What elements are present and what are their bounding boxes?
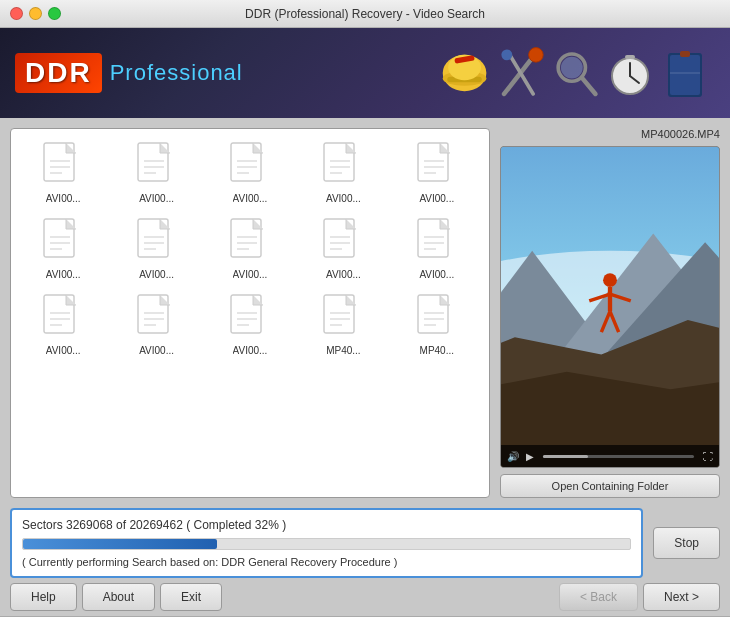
file-label: AVI00...	[326, 193, 361, 204]
maximize-button[interactable]	[48, 7, 61, 20]
tools-icon	[495, 43, 545, 103]
video-preview: 🔊 ▶ ⛶	[500, 146, 720, 468]
file-icon	[322, 217, 364, 267]
preview-panel: MP400026.MP4	[500, 128, 720, 498]
file-icon	[42, 217, 84, 267]
list-item[interactable]: AVI00...	[299, 137, 387, 208]
file-label: AVI00...	[139, 193, 174, 204]
svg-point-8	[501, 49, 512, 60]
svg-rect-17	[670, 55, 700, 95]
svg-point-87	[603, 273, 617, 287]
file-label: MP40...	[326, 345, 360, 356]
file-grid-panel[interactable]: AVI00... AVI00... AVI00... AVI00... AVI0…	[10, 128, 490, 498]
file-icon	[229, 217, 271, 267]
video-controls[interactable]: 🔊 ▶ ⛶	[501, 445, 719, 467]
file-label: AVI00...	[326, 269, 361, 280]
stop-button[interactable]: Stop	[653, 527, 720, 559]
list-item[interactable]: AVI00...	[19, 289, 107, 360]
help-button[interactable]: Help	[10, 583, 77, 611]
next-button[interactable]: Next >	[643, 583, 720, 611]
window-controls[interactable]	[10, 7, 61, 20]
file-icon	[416, 293, 458, 343]
file-icon	[42, 293, 84, 343]
svg-point-6	[529, 47, 544, 62]
file-label: AVI00...	[46, 269, 81, 280]
file-icon	[136, 293, 178, 343]
svg-line-11	[582, 77, 596, 93]
main-content: AVI00... AVI00... AVI00... AVI00... AVI0…	[0, 118, 730, 508]
clock-icon	[605, 43, 655, 103]
professional-label: Professional	[110, 60, 243, 86]
file-label: AVI00...	[139, 345, 174, 356]
app-header: DDR Professional	[0, 28, 730, 118]
list-item[interactable]: AVI00...	[393, 213, 481, 284]
svg-rect-15	[625, 55, 635, 59]
back-button: < Back	[559, 583, 638, 611]
list-item[interactable]: AVI00...	[112, 137, 200, 208]
video-frame	[501, 147, 719, 467]
helmet-icon	[440, 43, 490, 103]
file-icon	[136, 141, 178, 191]
app-logo: DDR Professional	[15, 53, 243, 93]
file-label: AVI00...	[139, 269, 174, 280]
file-icon	[229, 141, 271, 191]
window-title: DDR (Professional) Recovery - Video Sear…	[245, 7, 485, 21]
file-icon	[322, 141, 364, 191]
list-item[interactable]: AVI00...	[206, 137, 294, 208]
play-button[interactable]: ▶	[524, 450, 536, 463]
exit-button[interactable]: Exit	[160, 583, 222, 611]
ddr-label: DDR	[15, 53, 102, 93]
file-label: MP40...	[420, 345, 454, 356]
file-icon	[416, 217, 458, 267]
progress-bar-container	[22, 538, 631, 550]
file-label: AVI00...	[46, 193, 81, 204]
progress-status: ( Currently performing Search based on: …	[22, 556, 631, 568]
bottom-nav: Help About Exit < Back Next >	[0, 583, 730, 616]
file-icon	[42, 141, 84, 191]
preview-filename: MP400026.MP4	[500, 128, 720, 140]
list-item[interactable]: MP40...	[393, 289, 481, 360]
list-item[interactable]: AVI00...	[112, 213, 200, 284]
file-label: AVI00...	[419, 269, 454, 280]
minimize-button[interactable]	[29, 7, 42, 20]
progress-bar-fill	[23, 539, 217, 549]
file-icon	[136, 217, 178, 267]
svg-rect-19	[680, 51, 690, 57]
svg-point-10	[561, 56, 583, 78]
magnifier-icon	[550, 43, 600, 103]
list-item[interactable]: AVI00...	[112, 289, 200, 360]
file-icon	[416, 141, 458, 191]
file-label: AVI00...	[46, 345, 81, 356]
list-item[interactable]: AVI00...	[206, 213, 294, 284]
book-icon	[660, 43, 710, 103]
about-button[interactable]: About	[82, 583, 155, 611]
sectors-text: Sectors 3269068 of 20269462 ( Completed …	[22, 518, 631, 532]
header-icons	[440, 43, 710, 103]
close-button[interactable]	[10, 7, 23, 20]
file-icon	[322, 293, 364, 343]
volume-icon[interactable]: 🔊	[505, 450, 521, 463]
fullscreen-button[interactable]: ⛶	[701, 450, 715, 463]
list-item[interactable]: AVI00...	[393, 137, 481, 208]
video-progress-bar[interactable]	[543, 455, 694, 458]
list-item[interactable]: AVI00...	[299, 213, 387, 284]
progress-box: Sectors 3269068 of 20269462 ( Completed …	[10, 508, 643, 578]
list-item[interactable]: MP40...	[299, 289, 387, 360]
file-icon	[229, 293, 271, 343]
file-label: AVI00...	[233, 345, 268, 356]
open-folder-button[interactable]: Open Containing Folder	[500, 474, 720, 498]
file-label: AVI00...	[233, 193, 268, 204]
titlebar: DDR (Professional) Recovery - Video Sear…	[0, 0, 730, 28]
list-item[interactable]: AVI00...	[19, 213, 107, 284]
list-item[interactable]: AVI00...	[206, 289, 294, 360]
video-progress-fill	[543, 455, 588, 458]
file-label: AVI00...	[233, 269, 268, 280]
progress-section: Sectors 3269068 of 20269462 ( Completed …	[0, 508, 730, 583]
file-label: AVI00...	[419, 193, 454, 204]
list-item[interactable]: AVI00...	[19, 137, 107, 208]
